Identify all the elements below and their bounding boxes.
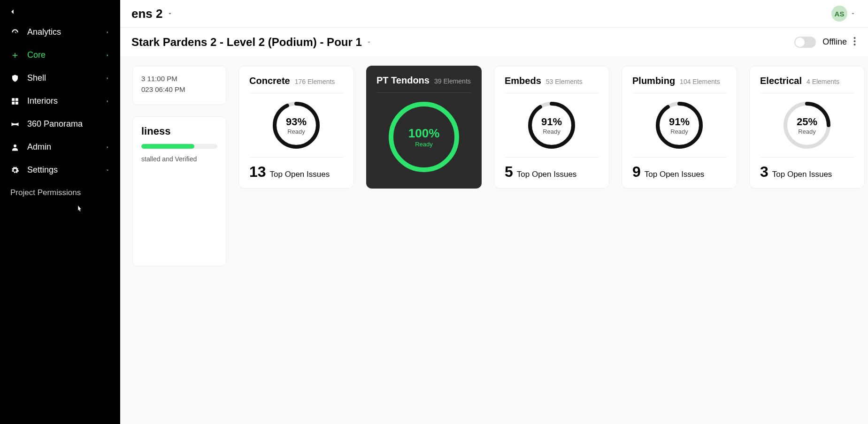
issues-label: Top Open Issues <box>270 170 330 179</box>
card-elements-count: 39 Elements <box>434 77 471 85</box>
card-elements-count: 4 Elements <box>807 78 839 85</box>
readiness-ring: 91%Ready <box>632 93 726 157</box>
card-title: Embeds <box>505 76 541 86</box>
top-bar: ens 2 AS <box>0 0 868 27</box>
readiness-ring: 100%Ready <box>376 93 471 181</box>
chevron-down-icon <box>850 11 856 16</box>
gauge-icon <box>10 28 20 37</box>
info-card: 3 11:00 PM 023 06:40 PM <box>132 66 226 105</box>
info-line-1: 3 11:00 PM <box>141 75 217 83</box>
svg-point-1 <box>854 40 856 42</box>
sidebar-item-project-permissions[interactable]: Project Permissions <box>0 182 120 204</box>
chevron-right-icon <box>105 96 110 106</box>
content-area: 3 11:00 PM 023 06:40 PM liness stalled a… <box>120 56 868 424</box>
sidebar-item-core[interactable]: Core <box>0 44 120 67</box>
card-title: Concrete <box>249 76 290 86</box>
svg-point-0 <box>854 37 856 39</box>
chevron-right-icon <box>105 73 110 83</box>
kebab-icon <box>853 37 856 46</box>
user-menu[interactable]: AS <box>831 6 856 22</box>
sidebar-item-label: Core <box>27 50 46 60</box>
sidebar-item-settings[interactable]: Settings <box>0 159 120 182</box>
offline-label: Offline <box>822 37 847 47</box>
readiness-ring: 93%Ready <box>249 93 343 157</box>
issues-label: Top Open Issues <box>645 170 705 179</box>
readiness-ring: 25%Ready <box>760 93 854 157</box>
sidebar-item-label: 360 Panorama <box>27 119 83 129</box>
chevron-right-icon <box>105 27 110 37</box>
info-line-2: 023 06:40 PM <box>141 85 217 93</box>
chevron-down-icon <box>167 10 173 17</box>
card-elements-count: 104 Elements <box>680 78 720 85</box>
avatar: AS <box>831 6 847 22</box>
sidebar-item-analytics[interactable]: Analytics <box>0 21 120 44</box>
sidebar-item-shell[interactable]: Shell <box>0 67 120 90</box>
project-title-dropdown[interactable]: ens 2 <box>131 7 173 21</box>
plus-icon <box>10 51 20 60</box>
sidebar-item-label: Analytics <box>27 27 61 37</box>
grid-icon <box>10 97 20 106</box>
breadcrumb: Stark Pardens 2 - Level 2 (Podium) - Pou… <box>131 36 362 49</box>
issues-label: Top Open Issues <box>772 170 832 179</box>
sidebar-item-label: Shell <box>27 73 46 83</box>
user-icon <box>10 143 20 152</box>
sidebar-item-360-panorama[interactable]: 360 Panorama <box>0 113 120 136</box>
breadcrumb-dropdown[interactable]: Stark Pardens 2 - Level 2 (Podium) - Pou… <box>131 36 372 49</box>
status-card-electrical[interactable]: Electrical4 Elements25%Ready3Top Open Is… <box>749 66 865 189</box>
readiness-progress-bar <box>141 144 217 149</box>
breadcrumb-bar: Stark Pardens 2 - Level 2 (Podium) - Pou… <box>0 27 868 56</box>
issues-label: Top Open Issues <box>517 170 577 179</box>
issues-count: 9 <box>632 163 641 181</box>
sidebar-item-label: Settings <box>27 165 58 175</box>
sidebar-back-button[interactable] <box>0 5 120 21</box>
status-card-embeds[interactable]: Embeds53 Elements91%Ready5Top Open Issue… <box>494 66 609 189</box>
chevron-down-icon <box>105 165 110 175</box>
project-title: ens 2 <box>131 7 163 21</box>
sidebar-item-admin[interactable]: Admin <box>0 136 120 159</box>
svg-point-2 <box>854 44 856 45</box>
readiness-caption: stalled and Verified <box>141 155 217 163</box>
chevron-right-icon <box>105 50 110 60</box>
back-arrow-icon <box>9 8 16 15</box>
card-title: PT Tendons <box>376 75 430 86</box>
sidebar-item-label: Admin <box>27 142 51 152</box>
gear-icon <box>10 166 20 175</box>
card-title: Plumbing <box>632 76 675 86</box>
sidebar-item-interiors[interactable]: Interiors <box>0 90 120 113</box>
chevron-down-icon <box>366 39 372 45</box>
sidebar: AnalyticsCoreShellInteriors360 PanoramaA… <box>0 0 120 424</box>
pano-icon <box>10 120 20 129</box>
chevron-right-icon <box>105 142 110 152</box>
readiness-card: liness stalled and Verified <box>132 116 226 266</box>
readiness-ring: 91%Ready <box>505 93 599 157</box>
issues-count: 5 <box>505 163 513 181</box>
card-elements-count: 53 Elements <box>546 78 583 85</box>
card-elements-count: 176 Elements <box>295 78 335 85</box>
card-title: Electrical <box>760 76 802 86</box>
sidebar-item-label: Interiors <box>27 96 58 106</box>
more-menu-button[interactable] <box>853 37 856 48</box>
status-card-pt-tendons[interactable]: PT Tendons39 Elements100%Ready0 <box>366 66 482 189</box>
status-card-concrete[interactable]: Concrete176 Elements93%Ready13Top Open I… <box>238 66 354 189</box>
readiness-title: liness <box>141 125 217 137</box>
offline-toggle[interactable] <box>794 37 816 48</box>
status-card-plumbing[interactable]: Plumbing104 Elements91%Ready9Top Open Is… <box>622 66 737 189</box>
issues-count: 13 <box>249 163 266 181</box>
shield-icon <box>10 74 20 83</box>
issues-count: 3 <box>760 163 768 181</box>
